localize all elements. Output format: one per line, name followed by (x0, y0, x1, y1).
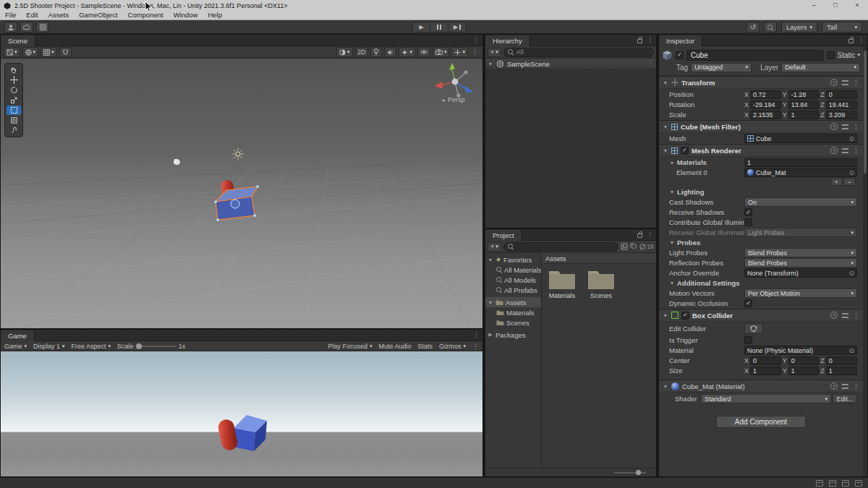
tree-scenes-folder[interactable]: Scenes (485, 317, 541, 328)
tab-inspector[interactable]: Inspector (659, 35, 702, 46)
scene-audio-button[interactable] (384, 47, 396, 57)
physic-material-field[interactable]: None (Physic Material) ⊙ (744, 346, 857, 355)
scene-lighting-button[interactable] (370, 47, 382, 57)
hierarchy-search-input[interactable]: All (503, 48, 654, 57)
lock-icon[interactable] (848, 39, 854, 43)
rotation-y-field[interactable]: 13.84 (788, 100, 820, 109)
camera-settings-dropdown[interactable]: ▾ (433, 47, 450, 57)
hand-tool-button[interactable] (7, 65, 21, 74)
scale-slider-thumb[interactable] (136, 343, 142, 349)
hierarchy-body[interactable] (485, 69, 656, 228)
search-by-type-icon[interactable] (621, 243, 628, 250)
tree-all-materials[interactable]: All Materials (485, 265, 541, 275)
add-component-button[interactable]: Add Component (716, 416, 806, 428)
tree-all-models[interactable]: All Models (485, 275, 541, 285)
contribute-gi-checkbox[interactable] (744, 218, 752, 226)
draw-mode-dropdown[interactable]: ▾ (4, 47, 20, 57)
maximize-button[interactable]: □ (825, 0, 846, 11)
directional-light-gizmo[interactable] (232, 148, 244, 160)
gizmos-dropdown-scene[interactable]: ▾ (451, 47, 468, 57)
project-search-input[interactable] (503, 242, 618, 252)
cast-shadows-dropdown[interactable]: On ▾ (744, 197, 857, 207)
scale-y-field[interactable]: 1 (788, 111, 820, 119)
tab-game[interactable]: Game (1, 330, 35, 341)
center-y-field[interactable]: 0 (788, 356, 820, 365)
help-icon[interactable]: ? (830, 147, 838, 154)
tree-packages[interactable]: ▶ Packages (485, 330, 541, 340)
component-menu-icon[interactable]: ⋮ (853, 147, 859, 154)
asset-scenes-folder[interactable]: Scenes (584, 267, 618, 299)
z-axis-cone[interactable] (464, 86, 473, 93)
create-asset-button[interactable]: + ▾ (488, 242, 501, 252)
cloud-button[interactable] (20, 22, 33, 33)
project-menu-icon[interactable]: ⋮ (647, 231, 653, 238)
effects-dropdown[interactable]: ▾ (399, 47, 415, 57)
help-icon[interactable]: ? (830, 79, 838, 86)
hierarchy-scene-row[interactable]: ▼ SampleScene ⋮ (485, 59, 656, 69)
menu-window[interactable]: Window (169, 11, 203, 20)
object-picker-icon[interactable]: ⊙ (848, 135, 854, 142)
rect-tool-pivot-handle[interactable] (231, 200, 239, 208)
probes-foldout[interactable]: ▼ Probes (659, 238, 863, 247)
position-y-field[interactable]: -1.28 (788, 90, 820, 99)
minimize-button[interactable]: – (803, 0, 825, 11)
grid-visibility-dropdown[interactable]: ▾ (41, 47, 57, 57)
dynamic-occlusion-checkbox[interactable]: ✓ (744, 299, 752, 307)
remove-material-button[interactable]: − (843, 178, 856, 186)
transform-header[interactable]: ▼ Transform ? ⋮ (659, 76, 863, 89)
tab-scene[interactable]: Scene (1, 35, 35, 46)
anchor-override-field[interactable]: None (Transform) ⊙ (744, 268, 857, 278)
rotation-x-field[interactable]: -29.194 (750, 100, 781, 109)
tag-dropdown[interactable]: Untagged ▾ (691, 63, 752, 72)
tab-hierarchy[interactable]: Hierarchy (485, 35, 530, 46)
lock-icon[interactable] (637, 39, 642, 43)
is-trigger-checkbox[interactable] (744, 336, 752, 344)
rotation-z-field[interactable]: 19.441 (826, 100, 857, 109)
gizmos-dropdown-game[interactable]: Gizmos ▾ (439, 343, 466, 350)
scene-toolbar-menu-icon[interactable]: ⋮ (470, 48, 480, 56)
help-icon[interactable]: ? (830, 312, 838, 319)
size-y-field[interactable]: 1 (788, 367, 820, 375)
inspector-scrollbar[interactable] (863, 46, 867, 476)
mesh-renderer-enabled-checkbox[interactable]: ✓ (681, 147, 689, 155)
component-menu-icon[interactable]: ⋮ (853, 382, 859, 390)
mesh-renderer-header[interactable]: ▼ ✓ Mesh Renderer ? ⋮ (659, 144, 863, 157)
center-x-field[interactable]: 0 (750, 356, 781, 365)
presets-icon[interactable] (842, 384, 848, 389)
tree-materials-folder[interactable]: Materials (485, 307, 541, 317)
box-collider-header[interactable]: ▼ ✓ Box Collider ? ⋮ (659, 309, 863, 322)
tree-assets-root[interactable]: ▼ Assets (485, 297, 541, 307)
scale-slider[interactable] (136, 346, 176, 347)
reflection-probes-dropdown[interactable]: Blend Probes ▾ (744, 258, 857, 267)
x-axis-cone[interactable] (435, 82, 443, 89)
position-x-field[interactable]: 0.72 (750, 90, 781, 99)
layers-dropdown[interactable]: Layers ▾ (781, 22, 817, 33)
search-button[interactable] (764, 22, 777, 33)
collab-icon[interactable] (855, 480, 862, 487)
static-control[interactable]: Static ▾ (827, 51, 860, 59)
shader-edit-button[interactable]: Edit... (833, 394, 857, 403)
presets-icon[interactable] (842, 80, 848, 85)
inspector-menu-icon[interactable]: ⋮ (858, 36, 864, 43)
light-probes-dropdown[interactable]: Blend Probes ▾ (744, 248, 857, 257)
foldout-icon[interactable]: ▶ (488, 332, 493, 338)
display-dropdown[interactable]: Display 1 ▾ (33, 343, 65, 350)
foldout-icon[interactable]: ▼ (488, 257, 493, 262)
asset-materials-folder[interactable]: Materials (545, 267, 579, 299)
motion-vectors-dropdown[interactable]: Per Object Motion ▾ (744, 288, 857, 298)
transform-tool-button[interactable] (7, 116, 21, 125)
object-picker-icon[interactable]: ⊙ (848, 169, 854, 176)
lighting-foldout[interactable]: ▼ Lighting (659, 187, 863, 197)
menu-assets[interactable]: Assets (43, 11, 75, 20)
account-button[interactable] (4, 22, 17, 33)
size-z-field[interactable]: 1 (826, 367, 857, 375)
presets-icon[interactable] (842, 124, 848, 129)
scale-tool-button[interactable] (7, 95, 21, 105)
custom-tool-button[interactable] (7, 126, 21, 135)
layer-dropdown[interactable]: Default ▾ (781, 63, 860, 72)
step-button[interactable]: ▶ (448, 22, 467, 33)
foldout-icon[interactable]: ▼ (488, 61, 493, 67)
element0-object-field[interactable]: Cube_Mat ⊙ (744, 168, 857, 177)
menu-file[interactable]: File (0, 11, 21, 20)
foldout-icon[interactable]: ▼ (663, 124, 668, 129)
